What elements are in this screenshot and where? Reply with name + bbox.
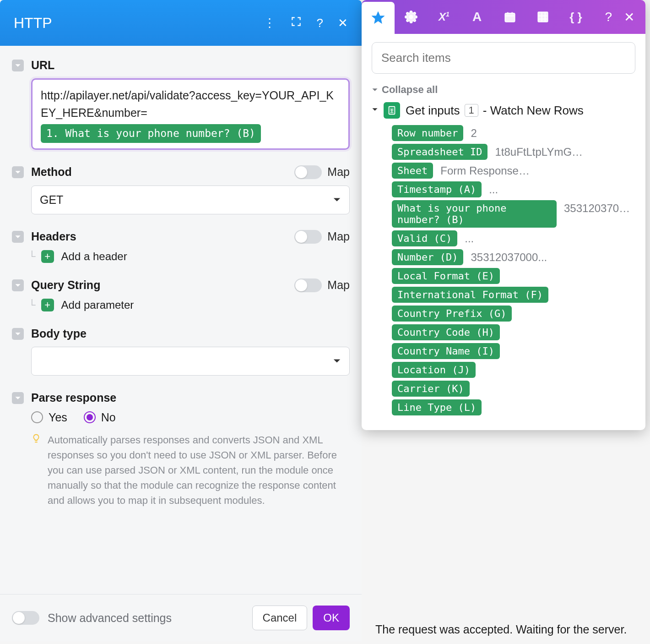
field-pill[interactable]: Number (D) [392, 249, 463, 265]
headers-map-label: Map [327, 230, 350, 243]
query-map-label: Map [327, 278, 350, 292]
method-select[interactable]: GET [31, 186, 350, 214]
tree-line-icon: └ [28, 299, 36, 311]
field-pill[interactable]: Carrier (K) [392, 381, 470, 397]
method-map-label: Map [327, 165, 350, 179]
field-row: International Format (F) [392, 287, 635, 303]
section-method: Method Map GET [0, 165, 362, 230]
tab-array[interactable] [526, 0, 559, 34]
body-type-label: Body type [31, 327, 350, 340]
field-list: Row number2Spreadsheet ID1t8uFtLtpLYmG7_… [372, 125, 635, 415]
close-icon[interactable]: ✕ [338, 16, 348, 30]
cancel-button[interactable]: Cancel [252, 606, 308, 630]
field-pill[interactable]: What is your phone number? (B) [392, 200, 557, 228]
collapse-all-button[interactable]: Collapse all [372, 84, 635, 96]
module-title: Get inputs [406, 104, 460, 118]
collapse-url-icon[interactable] [12, 60, 24, 71]
url-label: URL [31, 59, 350, 72]
field-pill[interactable]: Country Name (I) [392, 343, 500, 359]
field-pill[interactable]: Country Prefix (G) [392, 306, 512, 322]
field-row: Carrier (K) [392, 381, 635, 397]
field-row: SheetForm Responses 1... [392, 163, 635, 179]
parse-no-radio[interactable]: No [84, 411, 116, 424]
field-pill[interactable]: Valid (C) [392, 230, 457, 246]
query-label: Query String [31, 278, 100, 292]
field-pill[interactable]: Local Format (E) [392, 268, 500, 284]
http-body: URL http://apilayer.net/api/validate?acc… [0, 46, 362, 594]
url-mapped-pill[interactable]: 1. What is your phone number? (B) [41, 124, 261, 143]
field-value: ... [465, 230, 474, 245]
field-value: ... [489, 181, 498, 196]
ok-button[interactable]: OK [313, 606, 350, 630]
chevron-down-icon [372, 106, 378, 115]
help-icon[interactable]: ? [317, 16, 323, 30]
expand-icon[interactable] [290, 16, 302, 31]
tab-settings[interactable] [395, 0, 428, 34]
field-pill[interactable]: Row number [392, 125, 463, 141]
more-vert-icon[interactable]: ⋮ [264, 16, 276, 30]
collapse-parse-icon[interactable] [12, 392, 24, 404]
section-parse: Parse response Yes No Automaticall [0, 391, 362, 524]
field-pill[interactable]: Line Type (L) [392, 399, 482, 415]
tab-math[interactable]: X1 [428, 0, 460, 34]
method-value: GET [40, 193, 63, 207]
lightbulb-icon [31, 433, 41, 508]
collapse-headers-icon[interactable] [12, 231, 24, 243]
field-pill[interactable]: International Format (F) [392, 287, 548, 303]
field-row: Timestamp (A)... [392, 181, 635, 197]
google-sheets-icon [384, 102, 400, 119]
http-config-panel: HTTP ⋮ ? ✕ URL http://apilayer.net/api/v… [0, 0, 362, 641]
http-header: HTTP ⋮ ? ✕ [0, 0, 362, 46]
field-pill[interactable]: Spreadsheet ID [392, 144, 488, 160]
tab-date[interactable] [493, 0, 526, 34]
chevron-down-icon [333, 355, 341, 368]
parse-no-label: No [101, 411, 116, 424]
field-row: Country Name (I) [392, 343, 635, 359]
tab-json[interactable]: { } [559, 0, 592, 34]
http-header-actions: ⋮ ? ✕ [264, 16, 348, 31]
parse-yes-radio[interactable]: Yes [31, 411, 67, 424]
mapping-body: Collapse all Get inputs 1 - Watch New Ro… [362, 34, 645, 430]
tree-line-icon: └ [28, 251, 36, 262]
field-pill[interactable]: Country Code (H) [392, 324, 500, 340]
field-row: Valid (C)... [392, 230, 635, 246]
field-row: Spreadsheet ID1t8uFtLtpLYmG7_kYOVaZX-E5a… [392, 144, 635, 160]
tab-star[interactable] [362, 2, 395, 34]
field-row: Country Prefix (G) [392, 306, 635, 322]
parse-label: Parse response [31, 391, 350, 404]
add-parameter-button[interactable]: + [41, 299, 54, 311]
collapse-method-icon[interactable] [12, 166, 24, 178]
field-pill[interactable]: Location (J) [392, 362, 476, 378]
field-pill[interactable]: Timestamp (A) [392, 181, 482, 197]
module-node[interactable]: Get inputs 1 - Watch New Rows [372, 102, 635, 119]
module-suffix: - Watch New Rows [483, 104, 584, 118]
help-icon[interactable]: ? [605, 10, 612, 24]
search-input[interactable] [372, 42, 635, 74]
tab-text[interactable]: A [460, 0, 493, 34]
collapse-query-icon[interactable] [12, 279, 24, 291]
field-row: Row number2 [392, 125, 635, 141]
field-row: What is your phone number? (B)3531203700… [392, 200, 635, 228]
field-row: Location (J) [392, 362, 635, 378]
add-header-button[interactable]: + [41, 250, 54, 263]
field-value: 35312037000... [564, 200, 635, 215]
mapping-header: X1 A { } ? ✕ [362, 0, 645, 34]
method-map-toggle[interactable] [294, 165, 322, 179]
section-headers: Headers Map └ + Add a header [0, 230, 362, 278]
method-label: Method [31, 165, 72, 179]
field-pill[interactable]: Sheet [392, 163, 433, 179]
close-icon[interactable]: ✕ [624, 10, 634, 25]
field-value: Form Responses 1... [440, 163, 532, 177]
field-value: 2 [471, 125, 477, 140]
show-advanced-label: Show advanced settings [48, 611, 172, 625]
field-value: 35312037000... [471, 249, 547, 264]
status-message: The request was accepted. Waiting for th… [375, 623, 627, 636]
collapse-body-icon[interactable] [12, 328, 24, 340]
show-advanced-toggle[interactable] [12, 611, 39, 625]
headers-map-toggle[interactable] [294, 230, 322, 244]
body-type-select[interactable] [31, 347, 350, 376]
radio-selected-icon [84, 411, 96, 423]
query-map-toggle[interactable] [294, 278, 322, 292]
url-input[interactable]: http://apilayer.net/api/validate?access_… [31, 78, 350, 150]
svg-rect-1 [505, 13, 515, 22]
